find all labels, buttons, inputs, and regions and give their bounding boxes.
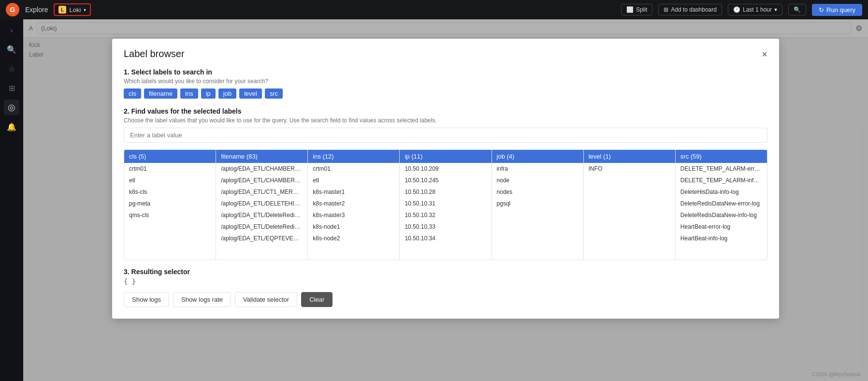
list-item[interactable]: HeartBeat-error-log <box>676 221 767 233</box>
list-item[interactable]: /aplog/EDA_ETL/DELETEHISDAT/ <box>216 198 307 209</box>
sidebar-item-alert[interactable]: 🔔 <box>4 119 19 134</box>
list-item[interactable]: /aplog/EDA_ETL/CT1_MERQMSG <box>216 186 307 198</box>
list-item[interactable]: infra <box>492 163 583 175</box>
label-tag-ip[interactable]: ip <box>201 88 216 99</box>
list-item[interactable]: k8s-node2 <box>308 233 399 244</box>
list-item[interactable]: node <box>492 175 583 186</box>
list-item[interactable]: 10.50.10.28 <box>400 186 491 198</box>
list-item[interactable]: /aplog/EDA_ETL/CHAMBERHST2 <box>216 175 307 186</box>
label-column: ip (11)10.50.10.20910.50.10.24510.50.10.… <box>400 150 492 260</box>
clear-button[interactable]: Clear <box>301 292 333 307</box>
label-tag-ins[interactable]: ins <box>180 88 198 99</box>
list-item[interactable]: DeleteRedisDataNew-error-log <box>676 198 767 209</box>
step1-subtext: Which labels would you like to consider … <box>124 78 767 85</box>
search-icon: 🔍 <box>7 45 16 54</box>
column-body: 10.50.10.20910.50.10.24510.50.10.2810.50… <box>400 163 491 260</box>
column-body: DELETE_TEMP_ALARM-error-logDELETE_TEMP_A… <box>676 163 767 260</box>
list-item[interactable]: k8s-master3 <box>308 209 399 221</box>
label-tag-job[interactable]: job <box>218 88 236 99</box>
list-item[interactable]: /aplog/EDA_ETL/CHAMBERHST2 <box>216 163 307 175</box>
sidebar-item-explore[interactable]: ◎ <box>4 100 19 115</box>
show-logs-rate-button[interactable]: Show logs rate <box>173 292 231 307</box>
chevron-down-icon: ▾ <box>84 7 86 13</box>
list-item[interactable]: crtm01 <box>124 163 216 175</box>
grafana-logo: G <box>6 3 19 16</box>
sidebar-item-apps[interactable]: ⊞ <box>4 80 19 96</box>
list-item[interactable]: k8s-node1 <box>308 221 399 233</box>
label-tag-level[interactable]: level <box>239 88 262 99</box>
column-body: infranodenodespgsql <box>492 163 583 260</box>
label-tag-src[interactable]: src <box>265 88 283 99</box>
modal-header: Label browser × <box>124 48 767 59</box>
run-query-button[interactable]: ↻ Run query <box>812 4 862 16</box>
list-item[interactable]: nodes <box>492 186 583 198</box>
datasource-selector[interactable]: L Loki ▾ <box>54 3 91 16</box>
split-icon: ⬜ <box>626 6 634 13</box>
column-body: crtm01etlk8s-master1k8s-master2k8s-maste… <box>308 163 399 260</box>
list-item[interactable]: pgsql <box>492 198 583 209</box>
selector-value: { } <box>124 278 767 285</box>
column-body: /aplog/EDA_ETL/CHAMBERHST2/aplog/EDA_ETL… <box>216 163 307 260</box>
list-item[interactable]: k8s-cls <box>124 186 216 198</box>
list-item[interactable]: /aplog/EDA_ETL/EQPTEVENT2GI <box>216 233 307 244</box>
list-item[interactable]: 10.50.10.33 <box>400 221 491 233</box>
list-item[interactable]: 10.50.10.209 <box>400 163 491 175</box>
column-header: src (59) <box>676 150 767 163</box>
show-logs-button[interactable]: Show logs <box>124 292 169 307</box>
bell-icon: 🔔 <box>7 122 16 132</box>
list-item[interactable]: etl <box>308 175 399 186</box>
list-item[interactable]: INFO <box>584 163 675 175</box>
label-tag-cls[interactable]: cls <box>124 88 141 99</box>
list-item[interactable]: /aplog/EDA_ETL/DeleteRedisDat: <box>216 209 307 221</box>
list-item[interactable]: 10.50.10.34 <box>400 233 491 244</box>
list-item[interactable]: crtm01 <box>308 163 399 175</box>
main-content: A ⚙ Kick Label Label browser × 1. Select… <box>23 19 868 381</box>
sidebar: › 🔍 ☆ ⊞ ◎ 🔔 <box>0 19 23 381</box>
column-header: cls (5) <box>124 150 216 163</box>
column-body: crtm01etlk8s-clspg-metaqms-cls <box>124 163 216 260</box>
time-chevron-icon: ▾ <box>774 6 777 13</box>
list-item[interactable]: DELETE_TEMP_ALARM-info-log <box>676 175 767 186</box>
explore-icon: ◎ <box>8 102 15 113</box>
label-tags-container: clsfilenameinsipjoblevelsrc <box>124 88 767 99</box>
list-item[interactable]: 10.50.10.32 <box>400 209 491 221</box>
list-item[interactable]: etl <box>124 175 216 186</box>
sidebar-item-search[interactable]: 🔍 <box>4 42 19 57</box>
label-value-search[interactable] <box>124 128 767 143</box>
search-toggle-button[interactable]: 🔍 <box>788 4 806 15</box>
list-item[interactable]: 10.50.10.245 <box>400 175 491 186</box>
columns-container: cls (5)crtm01etlk8s-clspg-metaqms-clsfil… <box>124 149 767 260</box>
list-item[interactable]: k8s-master2 <box>308 198 399 209</box>
search-icon: 🔍 <box>794 6 801 13</box>
validate-selector-button[interactable]: Validate selector <box>235 292 297 307</box>
datasource-name: Loki <box>69 6 81 14</box>
list-item[interactable]: HeartBeat-info-log <box>676 233 767 244</box>
column-header: ip (11) <box>400 150 491 163</box>
column-header: ins (12) <box>308 150 399 163</box>
list-item[interactable]: qms-cls <box>124 209 216 221</box>
column-header: level (1) <box>584 150 675 163</box>
label-column: level (1)INFO <box>584 150 676 260</box>
sync-icon: ↻ <box>819 6 824 14</box>
add-to-dashboard-button[interactable]: ⊞ Add to dashboard <box>658 4 722 15</box>
list-item[interactable]: /aplog/EDA_ETL/DeleteRedisDat: <box>216 221 307 233</box>
time-range-button[interactable]: 🕐 Last 1 hour ▾ <box>728 4 782 15</box>
label-tag-filename[interactable]: filename <box>144 88 177 99</box>
list-item[interactable]: 10.50.10.31 <box>400 198 491 209</box>
split-button[interactable]: ⬜ Split <box>621 4 652 15</box>
sidebar-item-starred[interactable]: ☆ <box>4 61 19 76</box>
modal-close-button[interactable]: × <box>762 49 767 59</box>
list-item[interactable]: pg-meta <box>124 198 216 209</box>
list-item[interactable]: DELETE_TEMP_ALARM-error-log <box>676 163 767 175</box>
column-body: INFO <box>584 163 675 260</box>
list-item[interactable]: k8s-master1 <box>308 186 399 198</box>
clock-icon: 🕐 <box>733 6 740 13</box>
step1-section: 1. Select labels to search in Which labe… <box>124 68 767 99</box>
resulting-selector-heading: 3. Resulting selector <box>124 268 767 276</box>
list-item[interactable]: DeleteRedisDataNew-info-log <box>676 209 767 221</box>
list-item[interactable]: DeleteHisData-info-log <box>676 186 767 198</box>
column-header: filename (83) <box>216 150 307 163</box>
star-icon: ☆ <box>8 64 15 73</box>
sidebar-toggle[interactable]: › <box>7 23 15 38</box>
label-column: ins (12)crtm01etlk8s-master1k8s-master2k… <box>308 150 400 260</box>
